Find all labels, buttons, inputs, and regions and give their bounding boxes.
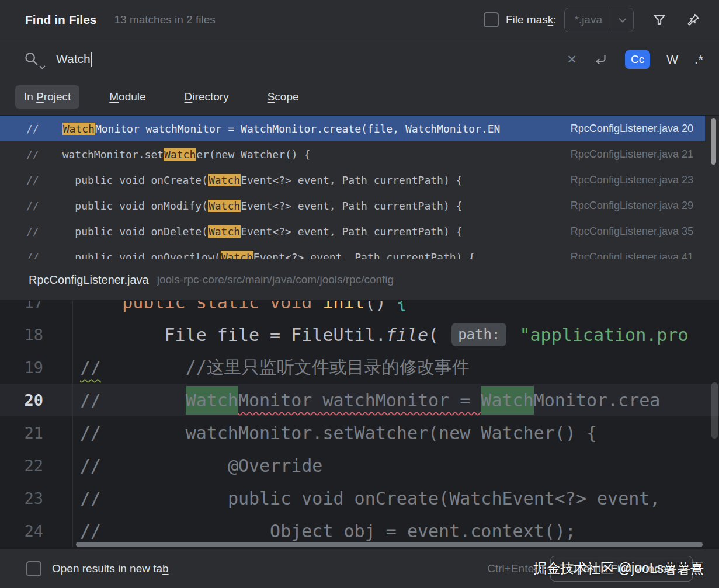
shortcut-hint: Ctrl+Enter [487,562,537,575]
result-code: public void onDelete(WatchEvent<?> event… [62,225,463,238]
dialog-footer: Open results in new tab Ctrl+Enter Open … [0,549,719,588]
file-group-header: RpcConfigListener.java jools-rpc-core/sr… [0,259,719,301]
watermark-text: 掘金技术社区 @jooLs薯薯熹 [533,559,704,577]
line-number: 21 [0,424,58,442]
result-code: public void onOverflow(WatchEvent<?> eve… [62,251,475,260]
code-text: // WatchMonitor watchMonitor = WatchMoni… [72,384,719,416]
result-code: public void onCreate(WatchEvent<?> event… [62,174,463,186]
comment-prefix: // [26,123,39,135]
search-field-row[interactable]: Watch ✕ Cc W .* [0,40,719,79]
scope-tab-directory[interactable]: Directory [176,85,238,109]
scope-tab-module[interactable]: Module [100,85,154,109]
search-input[interactable]: Watch [56,52,92,67]
file-mask-label: File mask: [506,13,557,26]
editor-line[interactable]: 20// WatchMonitor watchMonitor = WatchMo… [0,384,719,416]
code-preview-pane[interactable]: 17 public static void init() {18 File fi… [0,301,719,549]
result-code: WatchMonitor watchMonitor = WatchMonitor… [62,123,501,135]
file-path: jools-rpc-core/src/main/java/com/jools/r… [157,273,394,286]
code-text: // watchMonitor.setWatcher(new Watcher()… [72,416,719,449]
editor-line[interactable]: 18 File file = FileUtil.file( path: "app… [0,318,719,351]
result-file-ref: RpcConfigListener.java 35 [557,225,693,238]
search-query-text: Watch [56,52,91,65]
dialog-header: Find in Files 13 matches in 2 files File… [0,0,719,40]
results-list: //WatchMonitor watchMonitor = WatchMonit… [0,116,719,259]
chevron-down-icon[interactable] [612,8,633,32]
pin-icon[interactable] [685,12,701,28]
editor-line[interactable]: 23// public void onCreate(WatchEvent<?> … [0,482,719,514]
result-file-ref: RpcConfigListener.java 29 [557,200,693,212]
code-text: // @Override [72,449,719,482]
scope-tab-scope[interactable]: Scope [259,85,308,109]
result-row[interactable]: //WatchMonitor watchMonitor = WatchMonit… [0,116,705,141]
result-file-ref: RpcConfigListener.java 21 [557,148,693,161]
comment-prefix: // [26,200,39,212]
result-row[interactable]: // public void onModify(WatchEvent<?> ev… [0,193,705,218]
open-results-new-tab-label: Open results in new tab [52,562,169,575]
regex-toggle[interactable]: .* [694,53,704,67]
file-name: RpcConfigListener.java [29,273,149,287]
editor-hscrollbar-thumb[interactable] [76,542,703,547]
scope-tab-in-project[interactable]: In Project [15,85,79,109]
line-number: 18 [0,326,58,344]
result-row[interactable]: // public void onOverflow(WatchEvent<?> … [0,244,705,259]
comment-prefix: // [26,174,39,186]
results-scrollbar-thumb[interactable] [711,118,716,165]
file-mask-checkbox[interactable] [484,12,499,27]
match-count-status: 13 matches in 2 files [114,13,216,26]
search-history-chevron-icon[interactable] [39,65,46,69]
editor-line[interactable]: 22// @Override [0,449,719,482]
code-text: File file = FileUtil.file( path: "applic… [72,318,719,351]
comment-prefix: // [26,225,39,238]
editor-lines: 17 public static void init() {18 File fi… [0,301,719,547]
result-code: public void onModify(WatchEvent<?> event… [62,200,463,212]
line-number: 20 [0,391,58,409]
file-mask-value: *.java [565,13,612,26]
page-title: Find in Files [25,13,97,27]
result-code: watchMonitor.setWatcher(new Watcher() { [62,148,311,161]
code-text: // public void onCreate(WatchEvent<?> ev… [72,482,719,514]
search-toolbar: ✕ Cc W .* [567,50,704,69]
comment-prefix: // [26,251,39,260]
text-caret [91,52,92,67]
code-text: public static void init() { [72,301,719,318]
result-row[interactable]: // public void onCreate(WatchEvent<?> ev… [0,167,705,193]
file-mask-combobox[interactable]: *.java [564,8,634,32]
match-case-toggle[interactable]: Cc [625,50,650,69]
scope-tabs: In ProjectModuleDirectoryScope [0,79,719,116]
line-number: 22 [0,457,58,475]
editor-line[interactable]: 21// watchMonitor.setWatcher(new Watcher… [0,416,719,449]
result-file-ref: RpcConfigListener.java 41 [557,251,693,260]
result-file-ref: RpcConfigListener.java 23 [557,174,693,186]
line-number: 17 [0,301,58,311]
open-results-new-tab-checkbox[interactable] [26,561,41,576]
words-toggle[interactable]: W [666,53,678,67]
result-row[interactable]: // public void onDelete(WatchEvent<?> ev… [0,218,705,244]
search-icon[interactable] [23,51,46,68]
result-file-ref: RpcConfigListener.java 20 [557,123,693,135]
editor-line[interactable]: 17 public static void init() { [0,301,719,318]
line-number: 23 [0,489,58,507]
clear-search-icon[interactable]: ✕ [567,53,577,67]
comment-prefix: // [26,148,39,161]
editor-vscrollbar-thumb[interactable] [711,382,718,439]
line-number: 24 [0,522,58,540]
code-text: // //这里只监听文件或目录的修改事件 [72,351,719,384]
result-row[interactable]: //watchMonitor.setWatcher(new Watcher() … [0,141,705,167]
find-in-files-dialog: Find in Files 13 matches in 2 files File… [0,0,719,588]
line-number: 19 [0,359,58,377]
editor-line[interactable]: 19// //这里只监听文件或目录的修改事件 [0,351,719,384]
filter-icon[interactable] [651,12,668,28]
newline-icon[interactable] [593,52,609,67]
